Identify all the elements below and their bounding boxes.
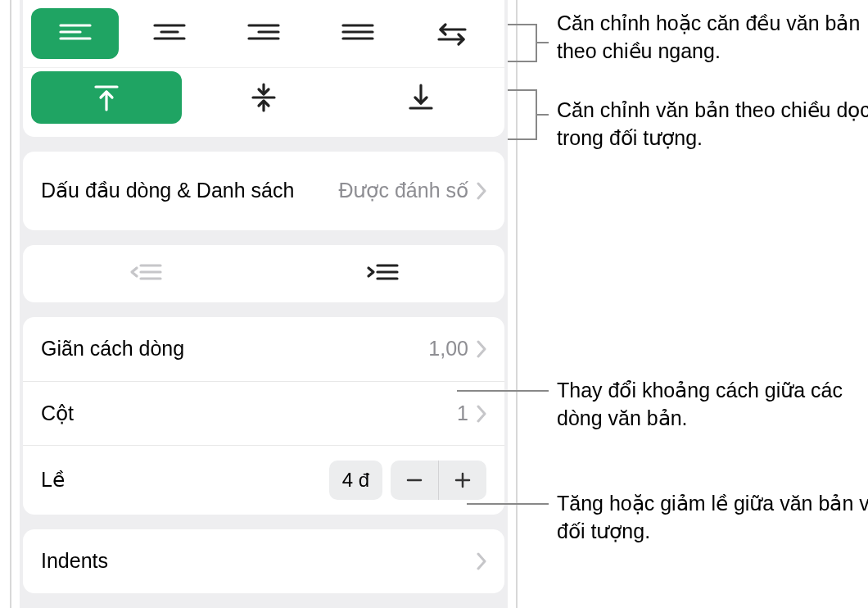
callout-line-spacing: Thay đổi khoảng cách giữa các dòng văn b… [557, 377, 868, 433]
callout-margin: Tăng hoặc giảm lề giữa văn bản và đối tư… [557, 490, 868, 546]
callout-horizontal-align: Căn chỉnh hoặc căn đều văn bản theo chiề… [557, 10, 868, 66]
callout-vertical-align: Căn chỉnh văn bản theo chiều dọc trong đ… [557, 97, 868, 152]
